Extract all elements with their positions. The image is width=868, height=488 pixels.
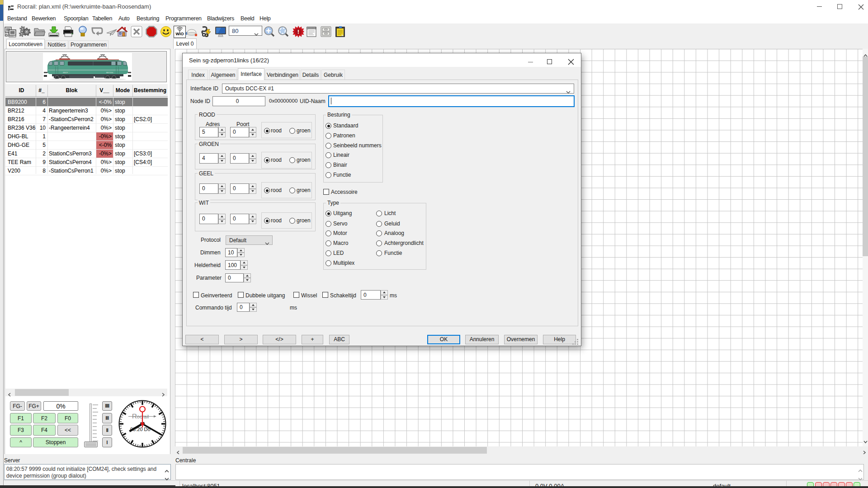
svg-text:BB 9200: BB 9200 bbox=[106, 71, 113, 74]
svg-text:WiO: WiO bbox=[176, 32, 184, 36]
svg-text:!: ! bbox=[297, 28, 299, 35]
svg-text:SNCF: SNCF bbox=[63, 71, 68, 74]
